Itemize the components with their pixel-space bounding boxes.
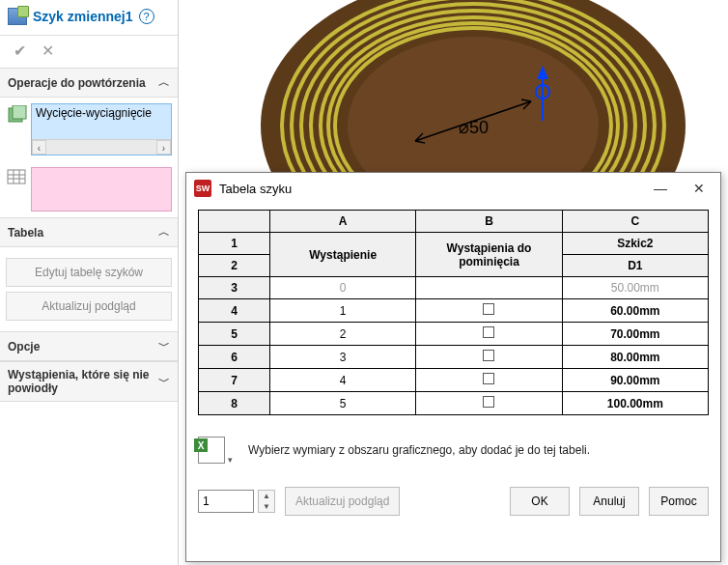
confirm-cancel-row: ✔ ✕ — [0, 36, 178, 68]
section-operations-title: Operacje do powtórzenia — [8, 76, 146, 90]
cell-instance: 0 — [270, 277, 416, 299]
table-row[interactable]: 85100.00mm — [199, 392, 709, 415]
row-header: 8 — [199, 392, 270, 415]
table-row[interactable]: 6380.00mm — [199, 346, 709, 369]
variable-pattern-icon — [8, 8, 27, 25]
bodies-listbox[interactable] — [31, 167, 172, 212]
help-icon[interactable]: ? — [139, 9, 154, 24]
bodies-icon — [6, 167, 27, 188]
update-preview-button[interactable]: Aktualizuj podgląd — [6, 292, 172, 321]
section-table-header[interactable]: Tabela ︿ — [0, 217, 178, 247]
col-header-a: A — [270, 211, 416, 233]
cell-skip — [416, 299, 562, 323]
cell-d1: 90.00mm — [562, 369, 708, 392]
cell-skip — [416, 392, 562, 415]
section-options-title: Opcje — [8, 340, 40, 353]
cell-instance: 1 — [270, 299, 416, 323]
update-preview-dialog-button[interactable]: Aktualizuj podgląd — [285, 487, 400, 516]
row-header: 5 — [199, 323, 270, 346]
checkbox[interactable] — [483, 396, 494, 408]
features-listbox[interactable]: Wycięcie-wyciągnięcie ‹› — [31, 103, 172, 155]
edit-pattern-table-button[interactable]: Edytuj tabelę szyków — [6, 258, 172, 287]
panel-title: Szyk zmiennej1 — [33, 9, 133, 24]
chevron-up-icon[interactable]: ︿ — [158, 74, 170, 91]
cell-instance: 3 — [270, 346, 416, 369]
help-button[interactable]: Pomoc — [649, 487, 709, 516]
scroll-right-icon: › — [156, 140, 171, 155]
spin-down-icon[interactable]: ▼ — [259, 501, 274, 512]
ok-button[interactable]: OK — [510, 487, 570, 516]
minimize-icon[interactable]: — — [647, 181, 674, 196]
ok-icon[interactable]: ✔ — [14, 42, 26, 60]
feature-icon — [6, 105, 27, 127]
checkbox[interactable] — [483, 350, 494, 361]
section-options-header[interactable]: Opcje ﹀ — [0, 331, 178, 361]
header-instance: Wystąpienie — [270, 233, 416, 277]
header-sketch: Szkic2 — [562, 233, 708, 255]
section-failed-title: Wystąpienia, które się nie powiodły — [8, 368, 158, 395]
cell-skip — [416, 369, 562, 392]
dimension-label: ⌀50 — [459, 118, 489, 137]
table-row[interactable]: 7490.00mm — [199, 369, 709, 392]
cell-instance: 4 — [270, 369, 416, 392]
chevron-up-icon[interactable]: ︿ — [158, 224, 170, 240]
property-panel: Szyk zmiennej1 ? ✔ ✕ Operacje do powtórz… — [0, 0, 179, 565]
cell-d1: 60.00mm — [562, 299, 708, 323]
checkbox[interactable] — [483, 303, 494, 315]
cell-skip — [416, 323, 562, 346]
spin-up-icon[interactable]: ▲ — [259, 491, 274, 501]
dialog-title: Tabela szyku — [219, 182, 639, 196]
checkbox[interactable] — [483, 373, 494, 384]
col-header-c: C — [562, 211, 708, 233]
instance-spinner[interactable]: ▲▼ — [198, 490, 275, 513]
checkbox[interactable] — [483, 326, 494, 338]
row-header-1: 1 — [199, 233, 270, 255]
instance-input[interactable] — [198, 490, 254, 513]
section-operations-header[interactable]: Operacje do powtórzenia ︿ — [0, 68, 178, 98]
scroll-left-icon: ‹ — [32, 140, 46, 155]
cancel-icon[interactable]: ✕ — [42, 42, 54, 60]
table-row[interactable]: 3050.00mm — [199, 277, 709, 299]
cell-instance: 5 — [270, 392, 416, 415]
row-header: 7 — [199, 369, 270, 392]
table-row[interactable]: 5270.00mm — [199, 323, 709, 346]
feature-item[interactable]: Wycięcie-wyciągnięcie — [32, 104, 171, 122]
cell-d1: 100.00mm — [562, 392, 708, 415]
row-header-2: 2 — [199, 255, 270, 277]
col-header-b: B — [416, 211, 562, 233]
svg-rect-18 — [13, 105, 26, 119]
cancel-button[interactable]: Anuluj — [579, 487, 639, 516]
cell-skip — [416, 277, 562, 299]
header-skip: Wystąpienia do pominięcia — [416, 233, 562, 277]
cell-d1: 50.00mm — [562, 277, 708, 299]
dialog-titlebar[interactable]: SW Tabela szyku — ✕ — [186, 173, 720, 204]
col-header-blank — [199, 211, 270, 233]
svg-rect-19 — [8, 170, 25, 184]
row-header: 3 — [199, 277, 270, 299]
close-icon[interactable]: ✕ — [686, 181, 713, 196]
excel-export-button[interactable]: ▾ — [198, 437, 225, 464]
section-table-title: Tabela — [8, 226, 43, 240]
h-scrollbar[interactable]: ‹› — [32, 139, 171, 155]
dropdown-arrow-icon: ▾ — [228, 455, 233, 465]
section-failed-header[interactable]: Wystąpienia, które się nie powiodły ﹀ — [0, 361, 178, 402]
cell-d1: 70.00mm — [562, 323, 708, 346]
pattern-table[interactable]: A B C 1 Wystąpienie Wystąpienia do pomin… — [198, 210, 709, 415]
cell-skip — [416, 346, 562, 369]
row-header: 6 — [199, 346, 270, 369]
table-row[interactable]: 4160.00mm — [199, 299, 709, 323]
chevron-down-icon[interactable]: ﹀ — [158, 338, 170, 354]
cell-instance: 2 — [270, 323, 416, 346]
row-header: 4 — [199, 299, 270, 323]
cell-d1: 80.00mm — [562, 346, 708, 369]
panel-header: Szyk zmiennej1 ? — [0, 0, 178, 36]
solidworks-icon: SW — [194, 180, 211, 197]
hint-text: Wybierz wymiary z obszaru graficznego, a… — [248, 443, 590, 457]
pattern-table-dialog: SW Tabela szyku — ✕ A B C 1 Wystąpienie … — [185, 172, 721, 562]
chevron-down-icon[interactable]: ﹀ — [158, 374, 170, 390]
header-d1: D1 — [562, 255, 708, 277]
